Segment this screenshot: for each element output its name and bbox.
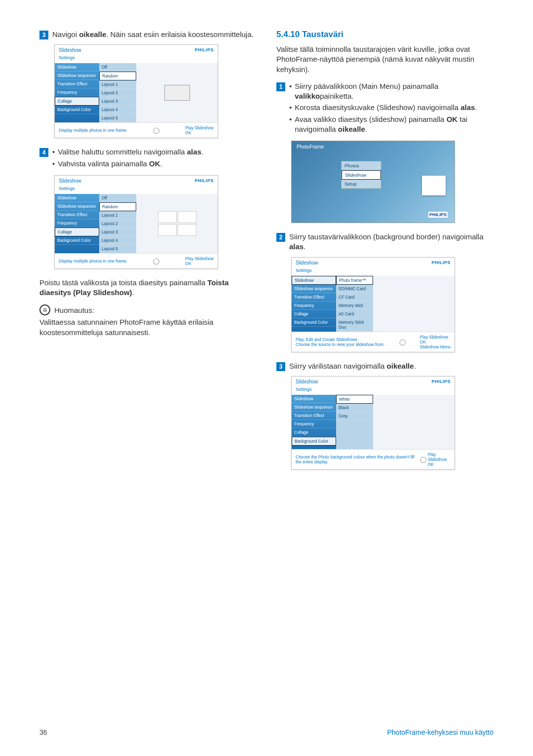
note-icon (39, 304, 50, 315)
section-intro: Valitse tällä toiminnolla taustarajojen … (276, 44, 494, 75)
page-number: 36 (39, 728, 47, 736)
joystick-icon: ◯ (396, 339, 408, 345)
exit-instruction: Poistu tästä valikosta ja toista diaesit… (39, 278, 257, 298)
joystick-icon: ◯ (151, 258, 162, 265)
step-number: 4 (39, 148, 48, 157)
screenshot-collage-layout: Slideshow PHILIPS Settings Slideshow Sli… (54, 175, 218, 269)
step-number: 3 (39, 31, 48, 39)
philips-logo: PHILIPS (431, 260, 451, 265)
screenshot-background-color: Slideshow PHILIPS Settings Slideshow Sli… (291, 376, 455, 470)
step-number: 2 (276, 233, 285, 242)
screenshot-main-menu: PhotoFrame Photos Slideshow Setup PHILIP… (291, 141, 455, 223)
slideshow-thumb-icon (422, 176, 446, 195)
screenshot-collage-random: Slideshow PHILIPS Settings Slideshow Sli… (54, 44, 218, 138)
joystick-icon: ◯ (151, 127, 162, 134)
philips-logo: PHILIPS (431, 379, 451, 384)
step-2: 2 Siirry taustavärivalikkoon (background… (276, 232, 494, 252)
philips-logo: PHILIPS (428, 212, 448, 218)
joystick-icon: ◯ (418, 456, 427, 463)
step-3: 3 Navigoi oikealle. Näin saat esiin eril… (39, 30, 257, 39)
philips-logo: PHILIPS (194, 178, 214, 184)
footer-label: PhotoFrame-kehyksesi muu käyttö (387, 728, 494, 736)
step-number: 3 (276, 362, 285, 371)
page-footer: 36 PhotoFrame-kehyksesi muu käyttö (39, 728, 494, 736)
note-heading: Huomautus: (39, 304, 257, 315)
step-number: 1 (276, 82, 285, 91)
step-3-right: 3 Siirry värilistaan navigoimalla oikeal… (276, 361, 494, 371)
philips-logo: PHILIPS (194, 47, 214, 53)
note-body: Valittaessa satunnainen PhotoFrame käytt… (39, 317, 257, 338)
section-heading: 5.4.10 Taustaväri (276, 30, 494, 39)
step-1: 1 Siirry päävalikkoon (Main Menu) painam… (276, 81, 494, 136)
screenshot-source-select: Slideshow PHILIPS Settings Slideshow Sli… (291, 257, 455, 352)
step-4: 4 Valitse haluttu sommittelu navigoimall… (39, 147, 257, 170)
step-text: Navigoi oikealle. Näin saat esiin erilai… (52, 30, 257, 39)
